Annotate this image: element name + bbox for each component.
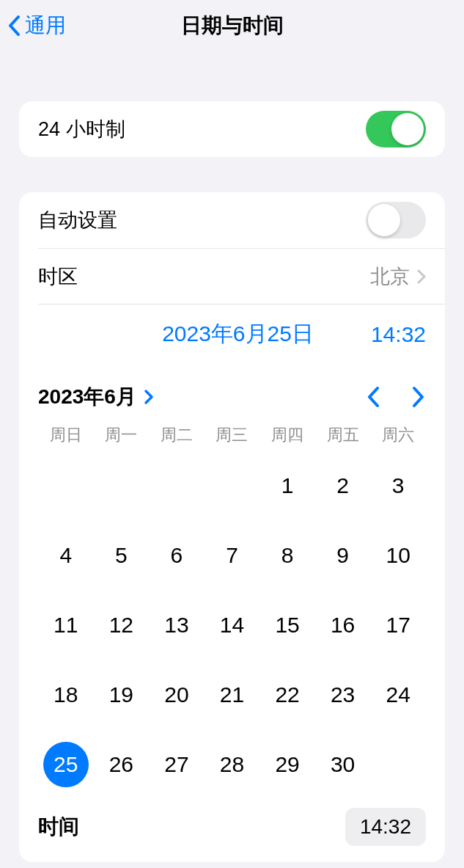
calendar-day-number: 9 bbox=[320, 533, 366, 578]
navigation-bar: 通用 日期与时间 bbox=[0, 0, 464, 51]
calendar-next-button[interactable] bbox=[411, 385, 426, 409]
calendar-day-number: 10 bbox=[375, 533, 421, 578]
calendar-day[interactable]: 27 bbox=[149, 729, 205, 799]
group-24hour: 24 小时制 bbox=[19, 101, 445, 157]
calendar-day[interactable]: 9 bbox=[315, 520, 371, 590]
calendar-day[interactable]: 14 bbox=[205, 590, 260, 660]
calendar-prev-button[interactable] bbox=[366, 385, 380, 409]
calendar-day[interactable]: 18 bbox=[38, 660, 94, 729]
time-value-pill[interactable]: 14:32 bbox=[345, 808, 426, 846]
calendar-day-blank bbox=[94, 451, 150, 520]
calendar-day-number: 20 bbox=[154, 672, 199, 718]
calendar-day[interactable]: 3 bbox=[370, 451, 426, 520]
calendar-day-number: 4 bbox=[43, 533, 89, 578]
row-time: 时间 14:32 bbox=[19, 799, 445, 862]
toggle-knob bbox=[368, 204, 400, 236]
row-timezone-right: 北京 bbox=[370, 263, 426, 290]
row-timezone[interactable]: 时区 北京 bbox=[38, 248, 445, 304]
weekday-label: 周三 bbox=[205, 424, 260, 446]
calendar-day[interactable]: 6 bbox=[149, 520, 205, 590]
calendar-day[interactable]: 24 bbox=[370, 660, 426, 729]
calendar-header: 2023年6月 bbox=[38, 364, 426, 424]
label-timezone: 时区 bbox=[38, 263, 78, 290]
calendar-day-number: 22 bbox=[265, 672, 310, 718]
calendar-nav bbox=[366, 385, 426, 409]
label-time: 时间 bbox=[38, 813, 79, 841]
calendar-day[interactable]: 19 bbox=[94, 660, 150, 729]
calendar-day-number: 14 bbox=[209, 602, 254, 648]
calendar-day-number: 12 bbox=[98, 602, 144, 648]
value-timezone: 北京 bbox=[370, 263, 410, 290]
calendar-day-number: 27 bbox=[154, 742, 199, 787]
calendar-day[interactable]: 22 bbox=[259, 660, 315, 729]
calendar-day[interactable]: 5 bbox=[94, 520, 150, 590]
chevron-right-icon bbox=[417, 269, 426, 284]
toggle-24hour[interactable] bbox=[366, 111, 426, 147]
calendar-day[interactable]: 15 bbox=[259, 590, 315, 660]
calendar-day-blank bbox=[38, 451, 94, 520]
chevron-right-icon bbox=[144, 389, 154, 405]
calendar-day-number: 18 bbox=[43, 672, 89, 718]
calendar-day[interactable]: 30 bbox=[315, 729, 371, 799]
calendar-day[interactable]: 26 bbox=[94, 729, 150, 799]
chevron-left-icon bbox=[7, 15, 21, 37]
calendar-day-number: 19 bbox=[98, 672, 144, 718]
calendar-day-number: 28 bbox=[209, 742, 254, 787]
back-label: 通用 bbox=[25, 12, 66, 40]
calendar-day[interactable]: 21 bbox=[205, 660, 260, 729]
calendar-day-number: 26 bbox=[98, 742, 144, 787]
calendar-month-label: 2023年6月 bbox=[38, 383, 136, 411]
calendar-day-number: 6 bbox=[154, 533, 199, 578]
weekday-label: 周四 bbox=[259, 424, 315, 446]
calendar-day-number: 24 bbox=[375, 672, 421, 718]
calendar-day-blank bbox=[149, 451, 205, 520]
calendar-day[interactable]: 16 bbox=[315, 590, 371, 660]
calendar-day[interactable]: 8 bbox=[259, 520, 315, 590]
calendar: 2023年6月 周日周一周二周三周四周五周六 12345678910111213… bbox=[19, 364, 445, 799]
label-24hour: 24 小时制 bbox=[38, 116, 125, 142]
calendar-days-grid: 1234567891011121314151617181920212223242… bbox=[38, 451, 426, 799]
calendar-day[interactable]: 7 bbox=[205, 520, 260, 590]
calendar-day[interactable]: 23 bbox=[315, 660, 371, 729]
weekday-label: 周日 bbox=[38, 424, 94, 446]
calendar-day[interactable]: 11 bbox=[38, 590, 94, 660]
calendar-day[interactable]: 10 bbox=[370, 520, 426, 590]
picker-date[interactable]: 2023年6月25日 bbox=[162, 319, 314, 349]
weekday-label: 周一 bbox=[94, 424, 150, 446]
calendar-day-number: 7 bbox=[209, 533, 254, 578]
calendar-day[interactable]: 17 bbox=[370, 590, 426, 660]
calendar-weekdays: 周日周一周二周三周四周五周六 bbox=[38, 424, 426, 451]
calendar-day-number: 25 bbox=[43, 742, 89, 787]
calendar-day-number: 5 bbox=[98, 533, 144, 578]
row-24hour: 24 小时制 bbox=[19, 101, 445, 157]
back-button[interactable]: 通用 bbox=[7, 12, 66, 40]
weekday-label: 周五 bbox=[315, 424, 371, 446]
calendar-day-number: 29 bbox=[265, 742, 310, 787]
calendar-day-number: 13 bbox=[154, 602, 199, 648]
calendar-day-number: 2 bbox=[320, 463, 366, 508]
calendar-day-number: 17 bbox=[375, 602, 421, 648]
calendar-day[interactable]: 2 bbox=[315, 451, 371, 520]
toggle-auto-set[interactable] bbox=[366, 202, 426, 238]
calendar-day[interactable]: 1 bbox=[259, 451, 315, 520]
group-datetime: 自动设置 时区 北京 2023年6月25日 14:32 2023年6月 bbox=[19, 192, 445, 862]
toggle-knob bbox=[391, 113, 424, 145]
row-date-time-picker: 2023年6月25日 14:32 bbox=[38, 304, 445, 364]
picker-time[interactable]: 14:32 bbox=[371, 322, 426, 347]
page-title: 日期与时间 bbox=[0, 12, 464, 40]
calendar-day[interactable]: 4 bbox=[38, 520, 94, 590]
calendar-day[interactable]: 12 bbox=[94, 590, 150, 660]
calendar-day-number: 30 bbox=[320, 742, 366, 787]
calendar-day-number: 11 bbox=[43, 602, 89, 648]
weekday-label: 周六 bbox=[370, 424, 426, 446]
calendar-day-number: 21 bbox=[209, 672, 254, 718]
calendar-day[interactable]: 25 bbox=[38, 729, 94, 799]
calendar-day[interactable]: 28 bbox=[205, 729, 260, 799]
calendar-day-number: 1 bbox=[265, 463, 310, 508]
calendar-day[interactable]: 13 bbox=[149, 590, 205, 660]
calendar-day[interactable]: 20 bbox=[149, 660, 205, 729]
calendar-day-number: 3 bbox=[375, 463, 421, 508]
calendar-day[interactable]: 29 bbox=[259, 729, 315, 799]
calendar-month-button[interactable]: 2023年6月 bbox=[38, 383, 154, 411]
weekday-label: 周二 bbox=[149, 424, 205, 446]
